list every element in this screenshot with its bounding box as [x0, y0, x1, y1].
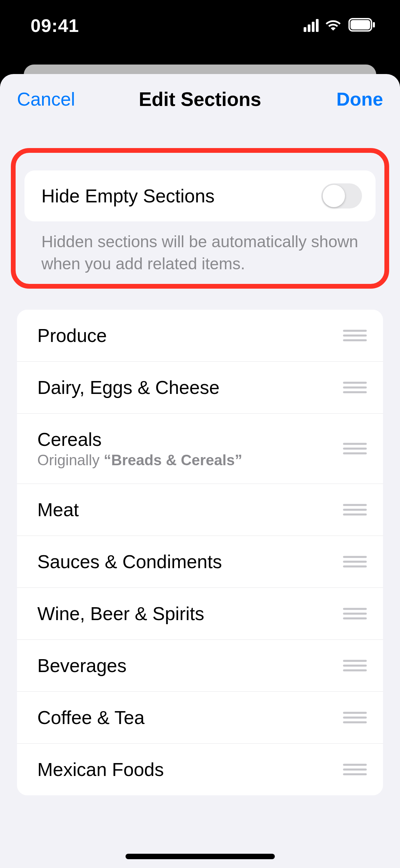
toggle-knob [323, 185, 345, 207]
section-row-sauces[interactable]: Sauces & Condiments [17, 536, 383, 588]
wifi-icon [325, 18, 342, 33]
section-row-produce[interactable]: Produce [17, 310, 383, 362]
nav-bar: Cancel Edit Sections Done [0, 74, 400, 124]
drag-handle-icon[interactable] [343, 382, 367, 393]
cancel-button[interactable]: Cancel [17, 88, 75, 110]
drag-handle-icon[interactable] [343, 764, 367, 775]
section-label: Cereals [37, 429, 242, 450]
svg-rect-1 [350, 20, 370, 30]
nav-title: Edit Sections [139, 88, 261, 110]
section-row-wine[interactable]: Wine, Beer & Spirits [17, 588, 383, 640]
status-bar: 09:41 [0, 0, 400, 61]
section-sublabel: Originally “Breads & Cereals” [37, 452, 242, 469]
drag-handle-icon[interactable] [343, 330, 367, 341]
section-label: Dairy, Eggs & Cheese [37, 377, 220, 398]
section-label: Sauces & Condiments [37, 551, 222, 573]
hide-empty-toggle[interactable] [321, 183, 362, 209]
hide-empty-label: Hide Empty Sections [41, 185, 215, 207]
drag-handle-icon[interactable] [343, 608, 367, 619]
section-row-mexican[interactable]: Mexican Foods [17, 744, 383, 795]
section-label: Mexican Foods [37, 759, 164, 780]
section-label: Coffee & Tea [37, 707, 145, 728]
drag-handle-icon[interactable] [343, 443, 367, 454]
highlight-annotation: Hide Empty Sections Hidden sections will… [11, 148, 389, 289]
done-button[interactable]: Done [337, 88, 383, 110]
drag-handle-icon[interactable] [343, 660, 367, 671]
drag-handle-icon[interactable] [343, 504, 367, 516]
svg-rect-2 [373, 22, 375, 28]
section-row-beverages[interactable]: Beverages [17, 640, 383, 692]
home-indicator[interactable] [126, 854, 275, 859]
battery-icon [348, 18, 376, 33]
sections-list: Produce Dairy, Eggs & Cheese Cereals Ori… [17, 310, 383, 795]
status-icons [304, 18, 376, 33]
cellular-signal-icon [304, 19, 319, 32]
section-label: Beverages [37, 655, 127, 676]
section-label: Produce [37, 325, 107, 346]
hide-empty-footer: Hidden sections will be automatically sh… [24, 221, 376, 275]
modal-sheet: Cancel Edit Sections Done Hide Empty Sec… [0, 74, 400, 868]
section-row-dairy[interactable]: Dairy, Eggs & Cheese [17, 362, 383, 414]
hide-empty-card: Hide Empty Sections [24, 170, 376, 221]
section-label: Wine, Beer & Spirits [37, 603, 204, 625]
hide-empty-row[interactable]: Hide Empty Sections [24, 170, 376, 221]
section-label: Meat [37, 499, 79, 521]
section-row-cereals[interactable]: Cereals Originally “Breads & Cereals” [17, 414, 383, 484]
section-row-coffee[interactable]: Coffee & Tea [17, 692, 383, 744]
drag-handle-icon[interactable] [343, 712, 367, 723]
drag-handle-icon[interactable] [343, 556, 367, 567]
status-time: 09:41 [31, 15, 79, 36]
section-row-meat[interactable]: Meat [17, 484, 383, 536]
